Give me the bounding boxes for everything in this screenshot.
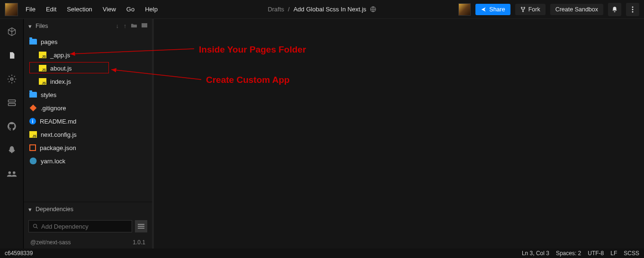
avatar[interactable] bbox=[5, 3, 18, 16]
annotation-1: Inside Your Pages Folder bbox=[199, 44, 306, 55]
fork-button[interactable]: Fork bbox=[515, 4, 546, 15]
menu-bar: File Edit Selection View Go Help bbox=[26, 6, 158, 13]
main: ▾ Files ↓ ↑ pages JS_app.js JSabout.js J… bbox=[0, 19, 644, 249]
topbar-actions: Share Fork Create Sandbox bbox=[458, 3, 639, 16]
folder-pages[interactable]: pages bbox=[24, 35, 152, 48]
breadcrumb-root[interactable]: Drafts bbox=[268, 6, 284, 13]
new-file-icon[interactable] bbox=[142, 23, 147, 29]
svg-point-1 bbox=[521, 7, 522, 8]
files-label: Files bbox=[36, 23, 48, 29]
deps-label: Dependencies bbox=[36, 206, 73, 213]
file-index-label: index.js bbox=[50, 78, 71, 85]
svg-point-10 bbox=[8, 171, 10, 174]
js-icon: JS bbox=[29, 131, 37, 138]
folder-pages-label: pages bbox=[41, 38, 57, 45]
search-icon bbox=[33, 223, 38, 229]
info-icon: i bbox=[29, 118, 36, 125]
rail-explorer-icon[interactable] bbox=[7, 50, 17, 61]
file-gitignore[interactable]: .gitignore bbox=[24, 101, 152, 115]
status-position[interactable]: Ln 3, Col 3 bbox=[522, 250, 549, 257]
rail-sandbox-icon[interactable] bbox=[7, 27, 17, 37]
file-packagejson-label: package.json bbox=[40, 144, 76, 151]
dependencies-panel: ▾ Dependencies @zeit/next-sass 1.0.1 bbox=[24, 202, 152, 249]
file-nextconfig-label: next.config.js bbox=[41, 131, 77, 138]
files-header[interactable]: ▾ Files ↓ ↑ bbox=[24, 19, 152, 33]
new-folder-icon[interactable] bbox=[131, 23, 137, 29]
menu-go[interactable]: Go bbox=[126, 6, 134, 13]
menu-view[interactable]: View bbox=[103, 6, 116, 13]
share-label: Share bbox=[489, 6, 505, 13]
svg-rect-8 bbox=[8, 100, 15, 102]
svg-rect-12 bbox=[142, 23, 147, 27]
file-yarnlock-label: yarn.lock bbox=[41, 158, 65, 165]
rail-github-icon[interactable] bbox=[7, 121, 17, 132]
file-app-js[interactable]: JS_app.js bbox=[24, 48, 152, 62]
status-hash[interactable]: c64598339 bbox=[5, 250, 33, 257]
file-nextconfig[interactable]: JSnext.config.js bbox=[24, 128, 152, 141]
caret-down-icon: ▾ bbox=[28, 206, 32, 213]
folder-styles[interactable]: styles bbox=[24, 88, 152, 101]
add-dependency-field[interactable] bbox=[41, 223, 128, 230]
file-readme[interactable]: iREADME.md bbox=[24, 115, 152, 128]
caret-down-icon: ▾ bbox=[28, 23, 32, 30]
svg-point-11 bbox=[12, 171, 15, 174]
annotation-2: Create Custom App bbox=[206, 75, 290, 85]
menu-file[interactable]: File bbox=[26, 6, 36, 13]
dep-version: 1.0.1 bbox=[133, 239, 145, 246]
upload-icon[interactable]: ↑ bbox=[124, 23, 126, 29]
menu-edit[interactable]: Edit bbox=[46, 6, 56, 13]
rail-live-icon[interactable] bbox=[7, 169, 17, 179]
status-bar: c64598339 Ln 3, Col 3 Spaces: 2 UTF-8 LF… bbox=[0, 249, 644, 258]
fork-icon bbox=[520, 6, 526, 13]
file-about-js[interactable]: JSabout.js bbox=[24, 62, 152, 75]
files-actions: ↓ ↑ bbox=[116, 23, 148, 29]
share-button[interactable]: Share bbox=[475, 4, 510, 15]
user-avatar[interactable] bbox=[458, 3, 471, 16]
status-eol[interactable]: LF bbox=[610, 250, 617, 257]
activity-bar bbox=[0, 19, 24, 249]
svg-point-3 bbox=[522, 10, 523, 11]
js-icon: JS bbox=[39, 65, 46, 71]
svg-point-14 bbox=[34, 224, 37, 228]
notifications-icon[interactable] bbox=[608, 3, 621, 16]
json-icon bbox=[29, 144, 36, 151]
folder-styles-label: styles bbox=[41, 91, 56, 98]
status-spaces[interactable]: Spaces: 2 bbox=[556, 250, 581, 257]
download-icon[interactable]: ↓ bbox=[116, 23, 119, 29]
sidebar: ▾ Files ↓ ↑ pages JS_app.js JSabout.js J… bbox=[24, 19, 154, 249]
breadcrumb: Drafts / Add Global Scss In Next.js bbox=[268, 6, 376, 13]
add-dependency-input[interactable] bbox=[28, 220, 132, 232]
editor[interactable]: Inside Your Pages Folder Create Custom A… bbox=[154, 19, 644, 249]
svg-point-4 bbox=[632, 6, 634, 8]
deps-menu-icon[interactable] bbox=[135, 220, 147, 232]
svg-point-6 bbox=[632, 11, 634, 12]
rail-server-icon[interactable] bbox=[7, 98, 17, 108]
menu-selection[interactable]: Selection bbox=[67, 6, 92, 13]
svg-rect-9 bbox=[8, 104, 15, 106]
dep-item[interactable]: @zeit/next-sass 1.0.1 bbox=[24, 236, 152, 249]
svg-point-2 bbox=[524, 7, 525, 8]
rail-settings-icon[interactable] bbox=[7, 74, 17, 84]
svg-point-13 bbox=[30, 158, 37, 165]
privacy-icon[interactable] bbox=[370, 6, 376, 12]
deps-header[interactable]: ▾ Dependencies bbox=[24, 202, 152, 216]
rail-deploy-icon[interactable] bbox=[7, 145, 17, 155]
file-packagejson[interactable]: package.json bbox=[24, 141, 152, 154]
create-sandbox-button[interactable]: Create Sandbox bbox=[550, 4, 603, 15]
breadcrumb-title[interactable]: Add Global Scss In Next.js bbox=[294, 6, 367, 13]
js-icon: JS bbox=[39, 52, 46, 58]
js-icon: JS bbox=[39, 78, 46, 85]
svg-point-5 bbox=[632, 9, 634, 10]
file-yarnlock[interactable]: yarn.lock bbox=[24, 154, 152, 168]
more-icon[interactable] bbox=[626, 3, 639, 16]
file-index-js[interactable]: JSindex.js bbox=[24, 75, 152, 88]
create-label: Create Sandbox bbox=[555, 6, 598, 13]
topbar: File Edit Selection View Go Help Drafts … bbox=[0, 0, 644, 19]
status-encoding[interactable]: UTF-8 bbox=[588, 250, 604, 257]
file-about-label: about.js bbox=[50, 65, 72, 72]
share-icon bbox=[481, 7, 486, 12]
menu-help[interactable]: Help bbox=[145, 6, 158, 13]
deps-search-row bbox=[24, 216, 152, 236]
status-language[interactable]: SCSS bbox=[624, 250, 639, 257]
file-gitignore-label: .gitignore bbox=[41, 105, 66, 112]
